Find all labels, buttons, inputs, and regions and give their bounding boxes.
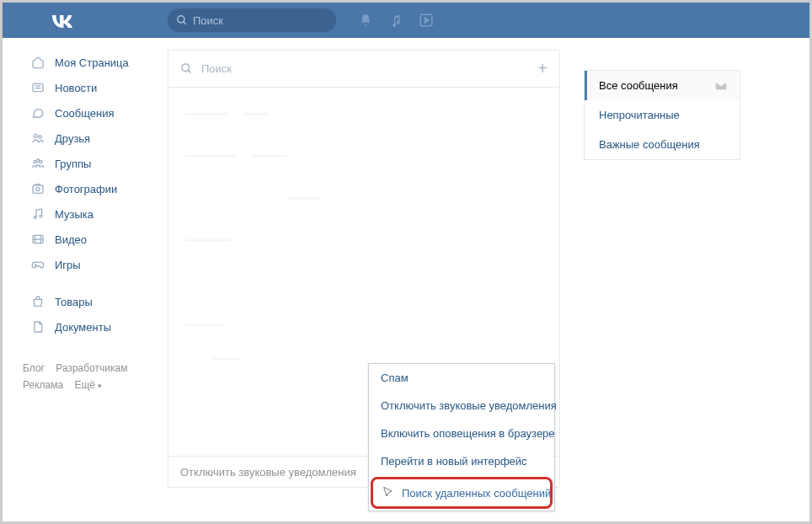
envelope-icon	[714, 81, 728, 91]
footer-link-developers[interactable]: Разработчикам	[56, 362, 127, 374]
svg-point-6	[34, 134, 37, 137]
header-icons	[358, 13, 434, 28]
header-search[interactable]	[168, 8, 336, 32]
settings-popup: Спам Отключить звуковые уведомления Вклю…	[368, 363, 555, 511]
music-icon[interactable]	[388, 13, 403, 28]
tab-label: Важные сообщения	[599, 138, 700, 151]
svg-point-10	[36, 159, 39, 162]
sidebar-item-label: Фотографии	[55, 183, 117, 195]
sidebar-item-label: Моя Страница	[55, 56, 129, 69]
sidebar-item-docs[interactable]: Документы	[23, 314, 146, 340]
bell-icon[interactable]	[358, 13, 373, 28]
svg-point-13	[34, 217, 36, 219]
sidebar-item-my-page[interactable]: Моя Страница	[23, 50, 146, 75]
sidebar-item-label: Игры	[55, 259, 81, 271]
sidebar-item-music[interactable]: Музыка	[23, 201, 146, 227]
sidebar-item-label: Друзья	[55, 132, 90, 145]
messages-icon	[29, 104, 46, 121]
popup-item-new-interface[interactable]: Перейти в новый интерфейс	[369, 447, 554, 475]
friends-icon	[29, 130, 46, 147]
disable-sounds-link[interactable]: Отключить звуковые уведомления	[180, 466, 356, 479]
sidebar-item-video[interactable]: Видео	[23, 227, 146, 252]
tab-unread[interactable]: Непрочитанные	[585, 100, 740, 130]
popup-item-search-deleted[interactable]: Поиск удаленных сообщений	[371, 477, 553, 509]
footer-link-more[interactable]: Ещё ▾	[74, 379, 102, 391]
sidebar-item-games[interactable]: Игры	[23, 252, 146, 277]
tab-all-messages[interactable]: Все сообщения	[585, 71, 740, 100]
right-tabs: Все сообщения Непрочитанные Важные сообщ…	[584, 70, 740, 160]
docs-icon	[29, 318, 46, 335]
svg-point-0	[178, 16, 184, 23]
tab-label: Непрочитанные	[599, 109, 680, 121]
new-message-button[interactable]: +	[537, 59, 548, 78]
svg-rect-11	[33, 185, 43, 193]
footer-link-blog[interactable]: Блог	[23, 362, 45, 374]
messages-search-input[interactable]	[201, 62, 537, 75]
popup-item-label: Поиск удаленных сообщений	[402, 487, 551, 500]
video-icon	[29, 231, 46, 248]
svg-point-21	[182, 64, 190, 72]
news-icon	[29, 79, 46, 96]
svg-point-14	[40, 215, 42, 217]
sidebar-item-label: Сообщения	[55, 107, 115, 120]
popup-item-disable-sounds[interactable]: Отключить звуковые уведомления	[369, 392, 554, 420]
vk-logo[interactable]	[50, 13, 83, 28]
sidebar-item-label: Новости	[55, 82, 97, 94]
sidebar-item-label: Группы	[55, 158, 91, 170]
popup-item-spam[interactable]: Спам	[369, 364, 554, 392]
groups-icon	[29, 155, 46, 172]
svg-line-22	[188, 70, 190, 72]
sidebar-item-friends[interactable]: Друзья	[23, 126, 146, 151]
music-nav-icon	[29, 206, 46, 222]
svg-point-7	[39, 136, 41, 138]
tab-important[interactable]: Важные сообщения	[585, 130, 740, 159]
svg-point-12	[36, 188, 40, 191]
sidebar-item-groups[interactable]: Группы	[23, 151, 146, 176]
search-icon	[180, 62, 193, 75]
header-bar	[3, 3, 809, 38]
search-icon	[176, 14, 188, 26]
sidebar-item-label: Видео	[55, 233, 87, 246]
sidebar-item-label: Документы	[55, 321, 111, 334]
play-icon[interactable]	[419, 13, 434, 28]
header-search-input[interactable]	[193, 14, 328, 27]
sidebar-item-photos[interactable]: Фотографии	[23, 176, 146, 201]
sidebar: Моя Страница Новости Сообщения Друзья Гр…	[3, 38, 146, 521]
tab-label: Все сообщения	[599, 79, 678, 92]
sidebar-item-label: Товары	[55, 296, 93, 308]
sidebar-item-news[interactable]: Новости	[23, 75, 146, 100]
market-icon	[29, 293, 46, 310]
footer-link-ads[interactable]: Реклама	[23, 379, 63, 391]
games-icon	[29, 256, 46, 273]
sidebar-item-messages[interactable]: Сообщения	[23, 100, 146, 126]
cursor-icon	[382, 486, 395, 500]
sidebar-item-market[interactable]: Товары	[23, 289, 146, 314]
svg-line-1	[184, 22, 186, 24]
home-icon	[29, 54, 46, 71]
sidebar-item-label: Музыка	[55, 208, 93, 221]
messages-search-bar: +	[168, 51, 559, 88]
popup-item-enable-browser-notif[interactable]: Включить оповещения в браузере	[369, 420, 554, 447]
footer-links: Блог Разработчикам Реклама Ещё ▾	[23, 360, 146, 394]
photos-icon	[29, 180, 46, 197]
